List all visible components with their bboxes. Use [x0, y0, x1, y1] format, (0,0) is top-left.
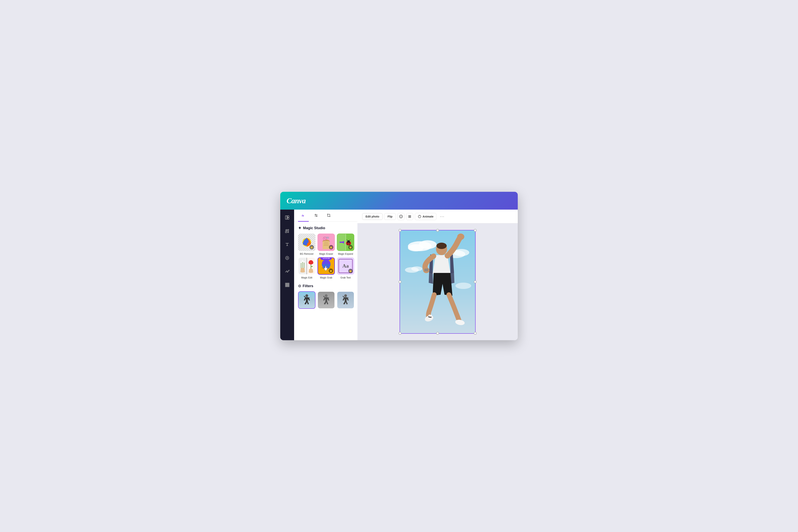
filter-warm[interactable]: [337, 291, 354, 309]
edit-photo-button[interactable]: Edit photo: [362, 213, 383, 220]
tool-grab-text[interactable]: Aa 👑 Grab Text: [337, 257, 354, 279]
filters-icon: ⊙: [298, 284, 301, 288]
svg-point-40: [301, 262, 302, 263]
svg-line-38: [349, 240, 350, 241]
tool-magic-eraser-thumb: 👑: [318, 233, 335, 251]
svg-rect-9: [287, 284, 288, 285]
tools-tabs: fx: [294, 210, 358, 222]
sidebar-item-text[interactable]: [283, 241, 291, 248]
filter-original-thumb: [298, 291, 316, 309]
premium-badge-magic-expand: 👑: [348, 245, 353, 249]
tools-panel: fx: [294, 210, 358, 340]
svg-rect-5: [285, 283, 286, 284]
svg-rect-22: [323, 241, 330, 249]
svg-text:fx: fx: [302, 214, 304, 217]
svg-rect-2: [287, 218, 289, 219]
svg-rect-8: [285, 284, 286, 285]
canvas-area: Edit photo Flip: [358, 210, 518, 340]
magic-sparkle-icon: ✦: [298, 226, 301, 230]
svg-rect-7: [288, 283, 289, 284]
title-bar: Canva: [280, 192, 518, 210]
svg-rect-1: [287, 216, 289, 217]
filter-bw-thumb: [318, 291, 335, 309]
sidebar: [280, 210, 294, 340]
svg-point-52: [325, 294, 327, 297]
svg-point-69: [455, 283, 471, 289]
tool-magic-grab-label: Magic Grab: [320, 276, 332, 279]
tool-magic-edit[interactable]: Magic Edit: [298, 257, 316, 279]
svg-point-33: [347, 242, 348, 244]
tool-magic-eraser[interactable]: 👑 Magic Eraser: [318, 233, 335, 255]
filters-section-title: ⊙ Filters: [298, 284, 354, 288]
filter-grid: [298, 291, 354, 309]
svg-point-18: [316, 215, 317, 216]
svg-point-68: [411, 266, 422, 271]
magic-studio-grid: 👑 BG Remover: [298, 233, 354, 279]
more-options-button[interactable]: ···: [438, 213, 446, 220]
tool-magic-expand-label: Magic Expand: [338, 252, 353, 255]
canvas-content: [358, 224, 518, 340]
menu-button[interactable]: [406, 213, 413, 220]
tool-magic-expand[interactable]: 👑 Magic Expand: [337, 233, 354, 255]
tab-adjust[interactable]: [311, 210, 321, 222]
svg-rect-12: [287, 286, 288, 287]
info-button[interactable]: [397, 213, 404, 220]
tool-magic-eraser-label: Magic Eraser: [319, 252, 333, 255]
premium-badge-magic-grab: 👑: [329, 269, 333, 273]
tool-magic-edit-thumb: [298, 257, 316, 275]
animate-button[interactable]: Animate: [415, 213, 436, 220]
svg-point-64: [408, 244, 424, 251]
svg-point-71: [436, 243, 447, 249]
svg-point-3: [288, 229, 289, 231]
svg-point-51: [305, 294, 308, 297]
tools-content: ✦ Magic Studio: [294, 222, 358, 340]
flip-button[interactable]: Flip: [384, 213, 396, 220]
sidebar-item-templates[interactable]: [283, 213, 291, 222]
tool-bg-remover-label: BG Remover: [300, 252, 314, 255]
filter-warm-thumb: [337, 291, 354, 309]
svg-rect-10: [288, 284, 289, 285]
svg-line-37: [347, 240, 347, 241]
svg-point-53: [344, 294, 347, 297]
tool-bg-remover-thumb: 👑: [298, 233, 316, 251]
svg-point-35: [347, 244, 348, 245]
svg-point-34: [349, 242, 350, 244]
svg-rect-11: [285, 286, 286, 287]
tool-magic-expand-thumb: 👑: [337, 233, 354, 251]
photo-bg: [400, 230, 475, 333]
sidebar-item-draw[interactable]: [283, 267, 291, 275]
filter-bw[interactable]: [318, 291, 335, 309]
svg-rect-29: [340, 242, 342, 243]
canvas-toolbar: Edit photo Flip: [358, 210, 518, 224]
svg-point-72: [457, 233, 464, 240]
svg-point-36: [349, 244, 350, 245]
app-window: Canva: [280, 192, 518, 340]
tool-magic-grab[interactable]: Olivia: [318, 257, 335, 279]
svg-rect-13: [288, 286, 289, 287]
main-layout: fx: [280, 210, 518, 340]
svg-rect-4: [285, 231, 287, 233]
tab-fx[interactable]: fx: [298, 210, 309, 222]
tool-magic-edit-label: Magic Edit: [301, 276, 312, 279]
tab-crop[interactable]: [323, 210, 334, 222]
svg-rect-78: [424, 269, 428, 271]
tool-bg-remover[interactable]: 👑 BG Remover: [298, 233, 316, 255]
svg-rect-6: [287, 283, 288, 284]
premium-badge-magic-eraser: 👑: [329, 245, 333, 249]
premium-badge-bg-remover: 👑: [309, 245, 314, 249]
tool-grab-text-thumb: Aa 👑: [337, 257, 354, 275]
sidebar-item-elements[interactable]: [283, 227, 291, 235]
premium-badge-grab-text: 👑: [348, 269, 353, 273]
svg-rect-0: [285, 216, 287, 219]
sidebar-item-apps[interactable]: [283, 281, 291, 289]
filter-original[interactable]: [298, 291, 316, 309]
magic-studio-section-title: ✦ Magic Studio: [298, 226, 354, 230]
photo-frame[interactable]: [400, 230, 475, 333]
tool-magic-grab-thumb: Olivia: [318, 257, 335, 275]
filters-section: ⊙ Filters: [298, 284, 354, 309]
sidebar-item-upload[interactable]: [283, 254, 291, 262]
svg-point-39: [302, 260, 304, 262]
jumping-photo: [400, 230, 475, 333]
svg-point-17: [315, 214, 316, 215]
olivia-user-badge: Olivia: [320, 257, 332, 260]
